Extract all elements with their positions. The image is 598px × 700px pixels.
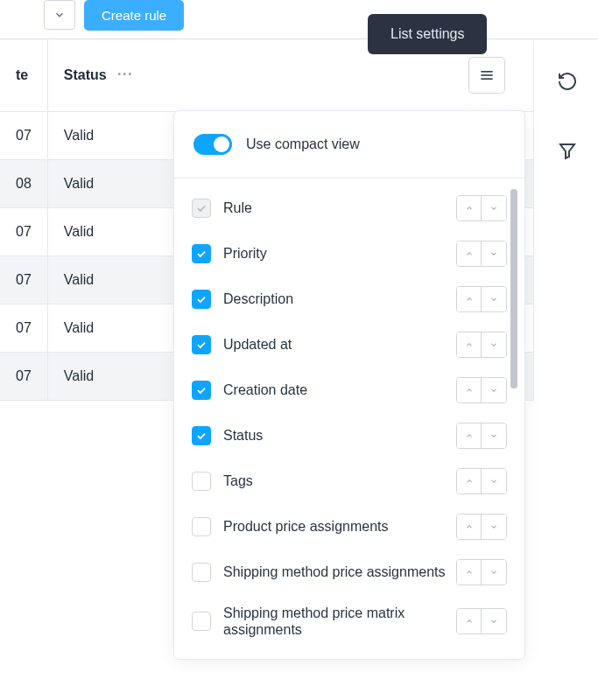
column-setting-row: Creation date xyxy=(192,368,507,413)
list-settings-popover: Use compact view RulePriorityDescription… xyxy=(173,110,525,660)
filter-button[interactable] xyxy=(554,138,580,164)
column-setting-label: Priority xyxy=(223,245,267,262)
move-up-button[interactable] xyxy=(457,242,482,266)
column-reorder-buttons xyxy=(456,377,507,403)
column-setting-label: Description xyxy=(223,290,293,307)
column-setting-row: Description xyxy=(192,276,507,322)
column-visibility-checkbox[interactable] xyxy=(192,517,211,536)
column-visibility-checkbox[interactable] xyxy=(192,335,211,354)
filter-icon xyxy=(557,141,578,162)
column-reorder-buttons xyxy=(456,559,507,585)
column-setting-row: Shipping method price assignments xyxy=(192,550,507,595)
column-visibility-checkbox[interactable] xyxy=(192,244,211,263)
move-up-button[interactable] xyxy=(457,609,482,634)
column-setting-label: Rule xyxy=(223,200,252,216)
column-setting-row: Rule xyxy=(192,186,507,231)
column-setting-label: Updated at xyxy=(223,336,292,353)
refresh-icon xyxy=(557,71,578,92)
column-setting-row: Product price assignments xyxy=(192,504,507,550)
cell-date: 07 xyxy=(0,256,47,304)
move-up-button[interactable] xyxy=(457,287,482,312)
column-visibility-checkbox xyxy=(192,199,211,218)
column-reorder-buttons xyxy=(456,286,507,312)
column-setting-label: Status xyxy=(223,427,263,444)
cell-date: 07 xyxy=(0,304,47,352)
column-setting-row: Priority xyxy=(192,231,507,276)
move-up-button[interactable] xyxy=(457,469,482,494)
column-setting-row: Tags xyxy=(192,458,507,504)
column-reorder-buttons xyxy=(456,514,507,540)
cell-date: 08 xyxy=(0,159,47,207)
list-settings-button[interactable] xyxy=(468,57,505,94)
column-visibility-checkbox[interactable] xyxy=(192,563,211,582)
create-rule-button[interactable]: Create rule xyxy=(84,0,184,31)
move-down-button[interactable] xyxy=(482,469,506,494)
move-down-button[interactable] xyxy=(482,609,506,634)
scrollbar[interactable] xyxy=(510,189,517,388)
column-visibility-checkbox[interactable] xyxy=(192,472,211,491)
column-setting-label: Tags xyxy=(223,472,253,489)
column-setting-label: Creation date xyxy=(223,382,307,398)
column-setting-row: Status xyxy=(192,413,507,458)
column-setting-label: Shipping method price assignments xyxy=(223,564,445,580)
column-setting-label: Product price assignments xyxy=(223,518,389,535)
move-down-button[interactable] xyxy=(482,424,506,448)
move-up-button[interactable] xyxy=(457,560,482,584)
column-setting-row: Updated at xyxy=(192,322,507,368)
column-visibility-checkbox[interactable] xyxy=(192,381,211,400)
move-up-button[interactable] xyxy=(457,378,482,402)
cell-date: 07 xyxy=(0,111,47,159)
cell-date: 07 xyxy=(0,207,47,256)
column-reorder-buttons xyxy=(456,332,507,358)
chevron-down-icon xyxy=(53,9,66,21)
move-down-button[interactable] xyxy=(482,242,506,266)
column-header-date[interactable]: te xyxy=(0,39,47,111)
column-reorder-buttons xyxy=(456,423,507,449)
list-settings-tooltip: List settings xyxy=(368,14,487,54)
column-setting-label: Shipping method price matrix assignments xyxy=(223,605,446,638)
move-up-button[interactable] xyxy=(457,424,482,448)
column-visibility-checkbox[interactable] xyxy=(192,426,211,445)
move-down-button[interactable] xyxy=(482,560,506,584)
compact-view-toggle[interactable] xyxy=(193,134,232,155)
move-down-button[interactable] xyxy=(482,332,506,357)
move-down-button[interactable] xyxy=(482,378,506,402)
column-reorder-buttons xyxy=(456,241,507,267)
column-reorder-buttons xyxy=(456,608,507,634)
move-down-button[interactable] xyxy=(482,514,506,539)
column-visibility-checkbox[interactable] xyxy=(192,612,211,631)
list-icon xyxy=(478,66,496,84)
column-visibility-checkbox[interactable] xyxy=(192,290,211,309)
move-up-button[interactable] xyxy=(457,514,482,539)
column-reorder-buttons xyxy=(456,195,507,221)
compact-view-label: Use compact view xyxy=(246,136,360,152)
move-down-button[interactable] xyxy=(482,287,506,312)
move-up-button[interactable] xyxy=(457,196,482,220)
more-icon[interactable]: ··· xyxy=(117,66,133,84)
dropdown-toggle-button[interactable] xyxy=(44,0,75,30)
column-reorder-buttons xyxy=(456,468,507,494)
column-header-status-label: Status xyxy=(64,67,107,83)
move-up-button[interactable] xyxy=(457,332,482,357)
move-down-button[interactable] xyxy=(482,196,506,220)
cell-date: 07 xyxy=(0,352,47,400)
refresh-button[interactable] xyxy=(554,68,580,94)
column-setting-row: Shipping method price matrix assignments xyxy=(192,595,507,648)
